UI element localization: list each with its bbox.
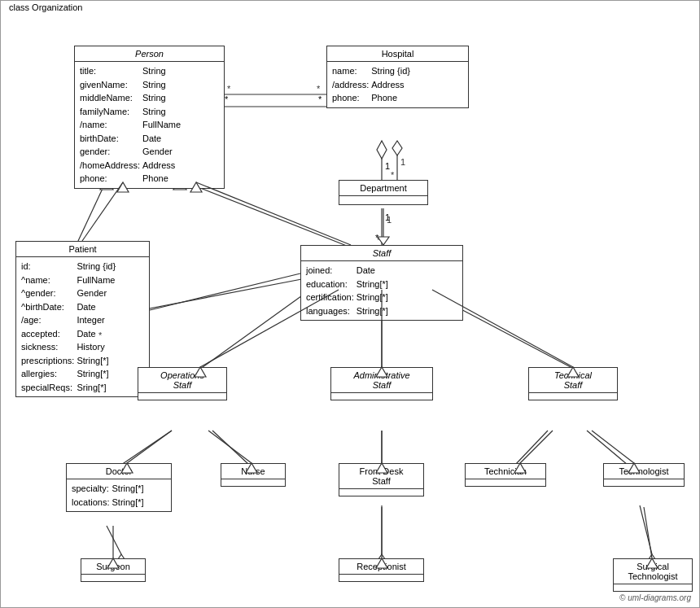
svg-text:1: 1 [387, 215, 392, 225]
hospital-class: Hospital name:String {id} /address:Addre… [326, 46, 469, 108]
copyright-label: © uml-diagrams.org [619, 593, 691, 602]
surgeon-class: Surgeon [81, 558, 146, 582]
svg-line-68 [520, 431, 553, 463]
nurse-body [221, 479, 285, 486]
operations-staff-body [138, 393, 226, 400]
staff-name: Staff [373, 248, 392, 258]
svg-marker-43 [392, 141, 402, 155]
technical-staff-body [529, 393, 617, 400]
svg-line-52 [196, 182, 351, 245]
technical-staff-name: TechnicalStaff [554, 370, 592, 390]
svg-line-70 [592, 431, 634, 463]
svg-line-23 [212, 431, 249, 465]
svg-line-29 [587, 431, 628, 465]
hospital-header: Hospital [327, 46, 468, 62]
svg-line-10 [78, 180, 107, 241]
svg-line-50 [82, 182, 123, 241]
patient-body: id:String {id} ^name:FullName ^gender:Ge… [16, 257, 149, 396]
technologist-body [604, 479, 684, 486]
administrative-staff-body [331, 393, 432, 400]
technician-body [466, 479, 545, 486]
svg-text:*: * [225, 94, 229, 104]
svg-text:1: 1 [385, 212, 390, 222]
receptionist-body [339, 575, 423, 581]
technologist-header: Technologist [604, 464, 684, 479]
department-body [339, 196, 427, 204]
nurse-header: Nurse [221, 464, 285, 479]
technician-class: Technician [465, 463, 546, 487]
svg-line-35 [640, 505, 652, 554]
svg-text:*: * [375, 233, 379, 243]
receptionist-header: Receptionist [339, 559, 423, 575]
svg-text:*: * [391, 170, 395, 180]
svg-text:*: * [377, 235, 381, 245]
person-class: Person title:String givenName:String mid… [74, 46, 225, 189]
receptionist-class: Receptionist [339, 558, 424, 582]
administrative-staff-name: AdministrativeStaff [353, 370, 409, 390]
svg-text:*: * [317, 84, 321, 94]
surgeon-header: Surgeon [81, 559, 145, 575]
technician-header: Technician [466, 464, 545, 479]
svg-line-21 [121, 431, 172, 465]
department-header: Department [339, 181, 427, 196]
svg-line-15 [203, 290, 310, 367]
person-name: Person [135, 49, 164, 59]
technologist-class: Technologist [603, 463, 685, 487]
svg-marker-4 [377, 141, 387, 159]
svg-text:*: * [318, 94, 322, 104]
administrative-staff-header: AdministrativeStaff [331, 368, 432, 393]
doctor-class: Doctor specialty:String[*] locations:Str… [66, 463, 172, 512]
surgical-technologist-body [614, 584, 692, 591]
svg-text:*: * [227, 84, 231, 94]
administrative-staff-class: AdministrativeStaff [330, 367, 433, 400]
person-body: title:String givenName:String middleName… [75, 62, 224, 188]
patient-header: Patient [16, 242, 149, 257]
front-desk-staff-body [339, 489, 423, 496]
svg-line-12 [180, 180, 351, 247]
diagram-title: class Organization [6, 2, 86, 12]
operations-staff-class: OperationsStaff [138, 367, 227, 400]
svg-line-31 [107, 526, 121, 554]
doctor-body: specialty:String[*] locations:String[*] [67, 479, 171, 511]
svg-line-62 [127, 431, 172, 463]
surgical-technologist-class: SurgicalTechnologist [613, 558, 693, 592]
staff-class: Staff joined:Date education:String[*] ce… [300, 245, 463, 321]
technical-staff-class: TechnicalStaff [528, 367, 618, 400]
svg-marker-49 [378, 237, 389, 245]
svg-line-54 [150, 273, 300, 310]
technical-staff-header: TechnicalStaff [529, 368, 617, 393]
svg-line-27 [515, 431, 548, 465]
svg-line-64 [208, 431, 252, 463]
hospital-body: name:String {id} /address:Address phone:… [327, 62, 468, 107]
patient-class: Patient id:String {id} ^name:FullName ^g… [15, 241, 150, 397]
operations-staff-header: OperationsStaff [138, 368, 226, 393]
doctor-header: Doctor [67, 464, 171, 479]
department-class: Department [339, 180, 428, 205]
operations-staff-name: OperationsStaff [160, 370, 204, 390]
svg-line-76 [644, 507, 652, 558]
staff-body: joined:Date education:String[*] certific… [301, 261, 462, 320]
front-desk-staff-header: Front DeskStaff [339, 464, 423, 489]
surgical-technologist-header: SurgicalTechnologist [614, 559, 692, 584]
nurse-class: Nurse [221, 463, 286, 487]
svg-text:1: 1 [385, 161, 390, 171]
surgeon-body [81, 575, 145, 581]
diagram-container: class Organization * * 1 * 1 * * [0, 0, 700, 608]
svg-text:1: 1 [400, 157, 405, 167]
front-desk-staff-class: Front DeskStaff [339, 463, 424, 496]
person-header: Person [75, 46, 224, 62]
staff-header: Staff [301, 246, 462, 261]
